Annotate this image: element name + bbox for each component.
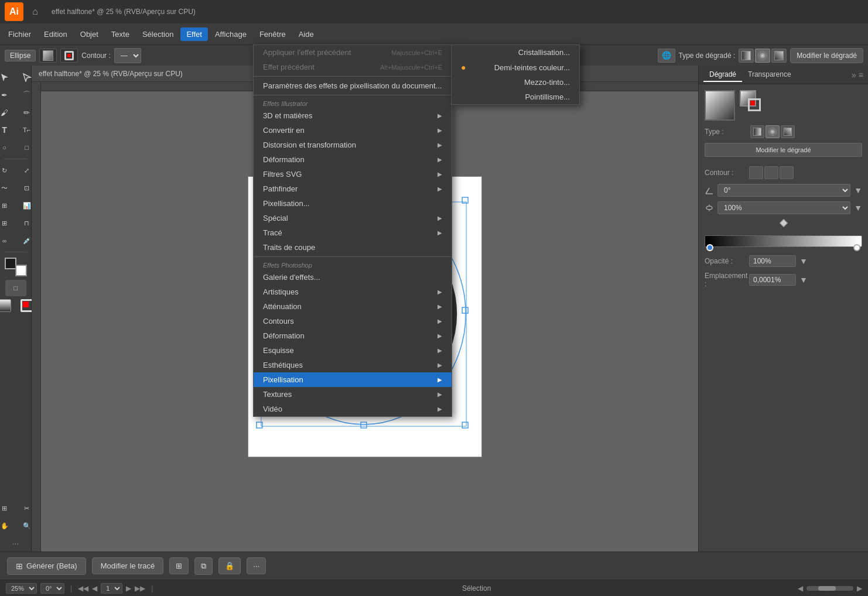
- copy-btn[interactable]: ⧉: [194, 557, 213, 575]
- menu-pathfinder[interactable]: Pathfinder ▶: [254, 181, 452, 196]
- menu-effet-precedent[interactable]: Effet précédent Alt+Majuscule+Ctrl+E: [254, 60, 452, 74]
- emplacement-value[interactable]: 0,0001%: [749, 274, 796, 286]
- artboard-tool[interactable]: ⊞: [0, 500, 15, 516]
- more-tools-btn[interactable]: ···: [12, 539, 19, 548]
- panel-menu-btn[interactable]: ≡: [859, 70, 863, 80]
- scroll-bar[interactable]: [807, 586, 853, 591]
- grad-type-btn-2[interactable]: [766, 125, 780, 138]
- warp-tool[interactable]: 〜: [0, 180, 15, 196]
- home-icon[interactable]: ⌂: [27, 4, 43, 20]
- modifier-degrade-btn[interactable]: Modifier le dégradé: [705, 143, 862, 157]
- menu-deformation-ps[interactable]: Déformation ▶: [254, 328, 452, 343]
- next-page-btn[interactable]: ▶▶: [135, 584, 145, 592]
- ellipse-tool[interactable]: ○: [0, 139, 15, 156]
- grad-type-btn-1[interactable]: [750, 125, 764, 138]
- contour-select[interactable]: —: [114, 48, 141, 63]
- menu-deformation-illus[interactable]: Déformation ▶: [254, 152, 452, 167]
- generer-btn[interactable]: ⊞ Générer (Beta): [7, 557, 86, 575]
- submenu-mezzo[interactable]: Mezzo-tinto...: [452, 75, 579, 90]
- tab-degrade[interactable]: Dégradé: [703, 68, 742, 82]
- menu-parametres[interactable]: Paramètres des effets de pixellisation d…: [254, 78, 452, 93]
- gradient-mid-stop[interactable]: [779, 219, 787, 227]
- scroll-arrow-left[interactable]: ◀: [798, 584, 803, 592]
- zoom-select[interactable]: 25%: [6, 583, 37, 594]
- contour-btn-1[interactable]: [749, 166, 763, 179]
- menu-special[interactable]: Spécial ▶: [254, 211, 452, 225]
- menu-objet[interactable]: Objet: [74, 28, 104, 41]
- menu-3d[interactable]: 3D et matières ▶: [254, 108, 452, 123]
- menu-fichier[interactable]: Fichier: [2, 28, 37, 41]
- submenu-pointillisme[interactable]: Pointillisme...: [452, 90, 579, 104]
- contour-btn-3[interactable]: [780, 166, 794, 179]
- emplacement-expand-btn[interactable]: ▼: [799, 275, 808, 285]
- gradient-swatch-left[interactable]: [0, 297, 15, 314]
- hand-tool[interactable]: ✋: [0, 518, 15, 534]
- menu-texte[interactable]: Texte: [105, 28, 135, 41]
- gradient-bar[interactable]: [705, 235, 862, 247]
- menu-textures[interactable]: Textures ▶: [254, 387, 452, 402]
- pen-tool[interactable]: ✒: [0, 87, 15, 103]
- modifier-degrade-toolbar-btn[interactable]: Modifier le dégradé: [790, 48, 863, 63]
- submenu-demi-teintes[interactable]: ● Demi-teintes couleur...: [452, 60, 579, 75]
- menu-edition[interactable]: Edition: [38, 28, 73, 41]
- globe-icon[interactable]: 🌐: [658, 49, 675, 63]
- gradient-stop-left[interactable]: [706, 244, 713, 251]
- contour-btn-2[interactable]: [764, 166, 778, 179]
- submenu-cristallisation[interactable]: Cristallisation...: [452, 45, 579, 60]
- menu-esquisse[interactable]: Esquisse ▶: [254, 343, 452, 358]
- rotate-tool[interactable]: ↻: [0, 162, 15, 179]
- menu-attenuation[interactable]: Atténuation ▶: [254, 299, 452, 314]
- gradient-linear-btn[interactable]: [739, 49, 754, 63]
- menu-galerie[interactable]: Galerie d'effets...: [254, 270, 452, 285]
- gradient-radial-btn[interactable]: [755, 49, 770, 63]
- menu-pixellisation-ps[interactable]: Pixellisation ▶: [254, 372, 452, 387]
- modifier-trace-btn[interactable]: Modifier le tracé: [92, 557, 163, 574]
- menu-trace[interactable]: Tracé ▶: [254, 225, 452, 240]
- angle-expand-btn[interactable]: ▼: [854, 186, 862, 195]
- menu-aide[interactable]: Aide: [293, 28, 320, 41]
- stroke-swatch[interactable]: [60, 49, 78, 63]
- menu-artistiques[interactable]: Artistiques ▶: [254, 285, 452, 299]
- lock-btn[interactable]: 🔒: [218, 557, 241, 574]
- normal-mode-btn[interactable]: □: [5, 280, 26, 296]
- menu-filtres-svg[interactable]: Filtres SVG ▶: [254, 167, 452, 181]
- menu-contours[interactable]: Contours ▶: [254, 314, 452, 328]
- menu-distorsion[interactable]: Distorsion et transformation ▶: [254, 138, 452, 152]
- menu-convertir[interactable]: Convertir en ▶: [254, 123, 452, 138]
- menu-effet[interactable]: Effet: [180, 28, 208, 41]
- gradient-preview-swatch[interactable]: [705, 90, 735, 121]
- blend-tool[interactable]: ∞: [0, 232, 15, 249]
- align-btn[interactable]: ⊞: [169, 557, 189, 574]
- aspect-select[interactable]: 100%: [717, 201, 850, 214]
- stroke-swatch-panel[interactable]: [748, 98, 761, 111]
- mesh-tool[interactable]: ⊞: [0, 215, 15, 231]
- gradient-stop-right[interactable]: [853, 244, 860, 251]
- prev-page-btn[interactable]: ◀◀: [78, 584, 88, 592]
- menu-pixellisation-illus[interactable]: Pixellisation...: [254, 196, 452, 211]
- grad-type-btn-3[interactable]: [781, 125, 795, 138]
- opacite-value[interactable]: 100%: [749, 255, 796, 267]
- page-select[interactable]: 1: [101, 583, 122, 594]
- fill-swatch[interactable]: [39, 49, 57, 63]
- scroll-arrow-right[interactable]: ▶: [857, 584, 862, 592]
- select-tool[interactable]: [0, 69, 15, 85]
- gradient-freeform-btn[interactable]: [771, 49, 787, 63]
- menu-selection[interactable]: Sélection: [136, 28, 179, 41]
- menu-fenetre[interactable]: Fenêtre: [254, 28, 292, 41]
- next-btn[interactable]: ▶: [126, 584, 131, 592]
- symbol-tool[interactable]: ⊞: [0, 197, 15, 214]
- rotation-select[interactable]: 0°: [40, 583, 64, 594]
- menu-affichage[interactable]: Affichage: [209, 28, 252, 41]
- tab-transparence[interactable]: Transparence: [742, 68, 797, 82]
- color-swatches[interactable]: [5, 258, 27, 276]
- text-tool[interactable]: T: [0, 122, 15, 138]
- menu-traits-coupe[interactable]: Traits de coupe: [254, 240, 452, 255]
- brush-tool[interactable]: 🖌: [0, 104, 15, 121]
- menu-video[interactable]: Vidéo ▶: [254, 402, 452, 416]
- opacite-expand-btn[interactable]: ▼: [799, 256, 808, 266]
- aspect-expand-btn[interactable]: ▼: [854, 203, 862, 213]
- more-btn[interactable]: ···: [247, 557, 266, 574]
- prev-btn[interactable]: ◀: [92, 584, 97, 592]
- menu-appliquer-effet[interactable]: Appliquer l'effet précédent Majuscule+Ct…: [254, 45, 452, 60]
- menu-esthetiques[interactable]: Esthétiques ▶: [254, 358, 452, 372]
